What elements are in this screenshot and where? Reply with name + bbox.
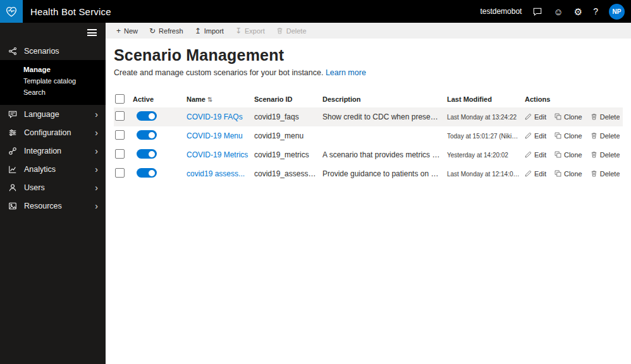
last-modified: Last Monday at 13:24:22 xyxy=(447,114,525,121)
learn-more-link[interactable]: Learn more xyxy=(326,68,366,77)
clone-button[interactable]: Clone xyxy=(554,113,582,121)
row-checkbox[interactable] xyxy=(115,111,125,121)
clone-button-label: Clone xyxy=(564,113,582,121)
scenario-name-link[interactable]: covid19 assess... xyxy=(187,169,245,178)
clone-button[interactable]: Clone xyxy=(554,170,582,178)
copy-icon xyxy=(554,151,561,159)
pencil-icon xyxy=(525,132,532,140)
column-header-active[interactable]: Active xyxy=(133,95,187,103)
delete-button-label: Delete xyxy=(600,151,620,159)
sidebar-item-scenarios[interactable]: Scenarios xyxy=(0,42,106,60)
delete-row-button[interactable]: Delete xyxy=(591,113,620,121)
chevron-right-icon: › xyxy=(95,202,98,210)
language-icon xyxy=(8,110,18,119)
row-checkbox-cell xyxy=(114,168,133,179)
delete-button-label: Delete xyxy=(286,27,307,35)
export-button[interactable]: ↧ Export xyxy=(230,23,271,39)
sidebar-item-language[interactable]: Language › xyxy=(0,105,106,123)
chevron-right-icon: › xyxy=(95,128,98,137)
scenario-name-link[interactable]: COVID-19 Menu xyxy=(187,131,243,140)
edit-button[interactable]: Edit xyxy=(525,113,546,121)
chevron-right-icon: › xyxy=(95,165,98,174)
refresh-button[interactable]: ↻ Refresh xyxy=(144,23,189,39)
table-row[interactable]: COVID-19 Metrics covid19_metrics A scena… xyxy=(114,145,623,164)
clone-button-label: Clone xyxy=(564,132,582,140)
hamburger-menu-button[interactable] xyxy=(0,23,106,42)
new-button[interactable]: + New xyxy=(111,23,144,39)
delete-row-button[interactable]: Delete xyxy=(591,132,620,140)
sidebar-item-label: Resources xyxy=(24,202,62,210)
row-actions: Edit Clone Delete xyxy=(525,113,620,121)
active-toggle[interactable] xyxy=(137,111,157,121)
edit-button[interactable]: Edit xyxy=(525,151,546,159)
active-toggle[interactable] xyxy=(137,130,157,140)
help-icon[interactable]: ? xyxy=(593,7,598,16)
row-checkbox[interactable] xyxy=(115,168,125,178)
scenario-name-link[interactable]: COVID-19 Metrics xyxy=(187,150,248,159)
table-row[interactable]: covid19 assess... covid19_assessm... Pro… xyxy=(114,164,623,183)
delete-row-button[interactable]: Delete xyxy=(591,151,620,159)
export-icon: ↧ xyxy=(235,27,242,35)
column-header-last-modified[interactable]: Last Modified xyxy=(447,95,525,103)
sidebar-item-label: Analytics xyxy=(24,165,56,174)
submenu-item-search[interactable]: Search xyxy=(23,87,106,97)
clone-button[interactable]: Clone xyxy=(554,151,582,159)
row-checkbox[interactable] xyxy=(115,130,125,140)
sidebar-item-label: Scenarios xyxy=(24,47,59,56)
last-modified: Last Monday at 12:14:04 (Nik... xyxy=(447,171,525,178)
import-button[interactable]: ↥ Import xyxy=(189,23,230,39)
delete-button[interactable]: Delete xyxy=(271,23,312,39)
edit-button-label: Edit xyxy=(534,113,546,121)
page-subtitle: Create and manage custom scenarios for y… xyxy=(114,68,623,77)
submenu-item-manage[interactable]: Manage xyxy=(23,64,106,75)
sidebar-nav: Scenarios Manage Template catalog Search… xyxy=(0,23,106,364)
column-header-name[interactable]: Name xyxy=(187,95,254,103)
submenu-item-template-catalog[interactable]: Template catalog xyxy=(23,76,106,86)
tenant-name[interactable]: testdemobot xyxy=(480,7,522,16)
health-bot-logo[interactable] xyxy=(0,0,23,23)
chevron-right-icon: › xyxy=(95,147,98,155)
sidebar-item-configuration[interactable]: Configuration › xyxy=(0,123,106,142)
select-all-checkbox[interactable] xyxy=(115,94,125,104)
column-header-scenario-id[interactable]: Scenario ID xyxy=(254,95,322,103)
scenario-name-link[interactable]: COVID-19 FAQs xyxy=(187,112,243,121)
sidebar-item-label: Users xyxy=(24,183,45,192)
chat-icon[interactable] xyxy=(532,6,542,16)
row-checkbox[interactable] xyxy=(115,149,125,159)
row-actions: Edit Clone Delete xyxy=(525,132,620,140)
new-button-label: New xyxy=(124,27,138,35)
column-header-name-label: Name xyxy=(187,95,205,103)
sidebar-item-analytics[interactable]: Analytics › xyxy=(0,160,106,178)
trash-icon xyxy=(591,113,597,121)
sidebar-item-resources[interactable]: Resources › xyxy=(0,197,106,215)
row-active-cell xyxy=(133,111,187,123)
edit-button[interactable]: Edit xyxy=(525,170,546,178)
import-button-label: Import xyxy=(204,27,224,35)
delete-row-button[interactable]: Delete xyxy=(591,170,620,178)
column-header-description[interactable]: Description xyxy=(322,95,447,103)
sidebar-item-label: Language xyxy=(24,110,59,119)
page-subtitle-text: Create and manage custom scenarios for y… xyxy=(114,68,323,77)
edit-button-label: Edit xyxy=(534,132,546,140)
row-name-cell: covid19 assess... xyxy=(187,169,254,178)
delete-button-label: Delete xyxy=(600,170,620,178)
sidebar-item-users[interactable]: Users › xyxy=(0,178,106,197)
table-row[interactable]: COVID-19 Menu covid19_menu Today at 15:0… xyxy=(114,126,623,145)
pencil-icon xyxy=(525,170,532,178)
scenario-description: A scenario that provides metrics on the … xyxy=(322,150,447,159)
copy-icon xyxy=(554,113,561,121)
users-icon xyxy=(8,183,18,192)
gear-icon[interactable]: ⚙ xyxy=(574,7,582,16)
active-toggle[interactable] xyxy=(137,149,157,159)
copy-icon xyxy=(554,132,561,140)
sidebar-item-integration[interactable]: Integration › xyxy=(0,142,106,160)
clone-button[interactable]: Clone xyxy=(554,132,582,140)
active-toggle[interactable] xyxy=(137,168,157,178)
configuration-icon xyxy=(8,128,18,137)
table-row[interactable]: COVID-19 FAQs covid19_faqs Show credit t… xyxy=(114,107,623,126)
row-checkbox-cell xyxy=(114,149,133,161)
scenario-id: covid19_faqs xyxy=(254,112,322,121)
edit-button[interactable]: Edit xyxy=(525,132,546,140)
smiley-feedback-icon[interactable]: ☺ xyxy=(553,7,563,16)
user-avatar[interactable]: NP xyxy=(609,4,625,20)
